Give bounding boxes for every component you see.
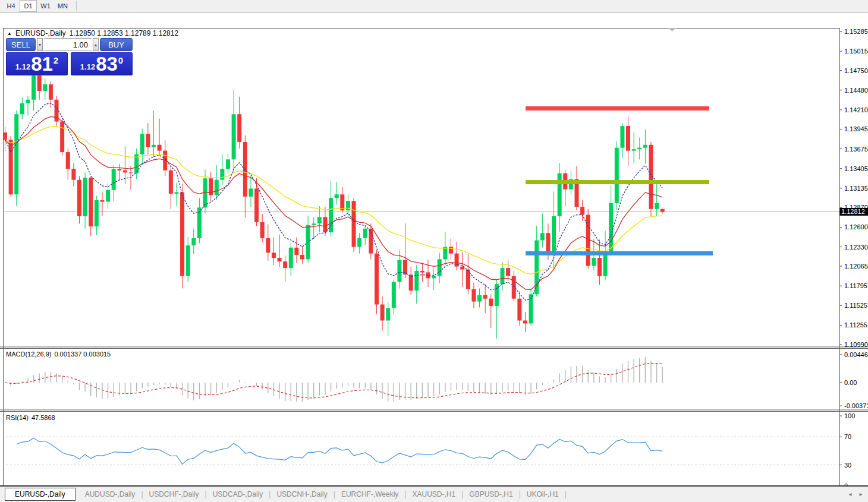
tab-usdchf-daily[interactable]: USDCHF-,Daily — [143, 488, 205, 500]
rsi-name: RSI(14) — [6, 414, 29, 421]
svg-text:30: 30 — [844, 462, 851, 469]
tab-eurchf-weekly[interactable]: EURCHF-,Weekly — [335, 488, 404, 500]
chart-tabs-bar: EURUSD-,DailyAUDUSD-,Daily|USDCHF-,Daily… — [0, 485, 868, 502]
tab-ukoil-h1[interactable]: UKOil-,H1 — [521, 488, 565, 500]
rsi-axis[interactable]: 10070300 — [839, 412, 855, 490]
timeframe-button-mn[interactable]: MN — [54, 0, 71, 12]
slow-ma-line — [5, 127, 663, 274]
svg-text:1.13405: 1.13405 — [844, 165, 868, 172]
one-click-toggle-icon[interactable]: ▲ — [7, 31, 12, 36]
rsi-value: 47.5868 — [32, 414, 55, 421]
mt4-window: H4D1W1MN 1.152851.150151.147501.144801.1… — [0, 0, 868, 502]
svg-text:100: 100 — [844, 412, 855, 419]
svg-text:1.13135: 1.13135 — [844, 185, 868, 192]
svg-text:1.15285: 1.15285 — [844, 28, 868, 35]
timeframe-button-h4[interactable]: H4 — [2, 0, 20, 12]
svg-text:70: 70 — [844, 433, 851, 440]
svg-text:1.12870: 1.12870 — [844, 204, 868, 211]
volume-decrease-button[interactable]: ▼ — [37, 38, 43, 51]
svg-text:1.14480: 1.14480 — [844, 87, 868, 94]
svg-text:1.12812: 1.12812 — [841, 208, 865, 215]
timeframe-toolbar: H4D1W1MN — [0, 0, 868, 12]
sell-button[interactable]: SELL — [6, 38, 36, 51]
chart-canvas: 1.152851.150151.147501.144801.142101.139… — [0, 13, 868, 502]
svg-text:1.13945: 1.13945 — [844, 125, 868, 132]
one-click-trading-panel: SELL ▼ ▲ BUY 1.12 81 2 1.12 83 0 — [6, 38, 133, 75]
sell-price-pips: 81 — [31, 54, 53, 74]
svg-text:-0.003715: -0.003715 — [844, 402, 868, 409]
svg-text:1.12600: 1.12600 — [844, 223, 868, 231]
tab-usdcnh-daily[interactable]: USDCNH-,Daily — [271, 488, 333, 500]
timeframe-button-d1[interactable]: D1 — [20, 0, 37, 12]
macd-histogram — [5, 357, 663, 402]
buy-price-prefix: 1.12 — [80, 62, 95, 71]
sell-price-prefix: 1.12 — [15, 62, 30, 71]
svg-text:1.14750: 1.14750 — [844, 67, 868, 74]
tab-scroll-right-icon[interactable]: ▸ — [857, 491, 864, 497]
sell-price-box[interactable]: 1.12 81 2 — [6, 52, 68, 75]
svg-text:1.12065: 1.12065 — [844, 263, 868, 270]
svg-text:1.15015: 1.15015 — [844, 48, 868, 55]
chart-ohlc-values: 1.12850 1.12853 1.12789 1.12812 — [70, 29, 179, 37]
svg-text:1.11255: 1.11255 — [844, 321, 867, 329]
svg-text:0.004465: 0.004465 — [844, 351, 868, 358]
volume-input[interactable] — [44, 38, 92, 51]
toolbar-separator — [76, 1, 77, 11]
medium-ma-line — [5, 117, 663, 290]
chart-symbol-label: EURUSD-,Daily — [15, 29, 66, 37]
svg-text:1.10990: 1.10990 — [844, 341, 868, 348]
svg-text:1.14210: 1.14210 — [844, 106, 868, 113]
tab-scroll-arrows: ◂ ▸ — [847, 491, 864, 497]
pane-borders — [0, 28, 868, 488]
fast-ma-line — [5, 103, 663, 301]
macd-axis[interactable]: 0.0044650.00-0.003715 — [839, 351, 868, 409]
price-axis[interactable]: 1.152851.150151.147501.144801.142101.139… — [839, 28, 868, 348]
svg-text:1.11795: 1.11795 — [844, 282, 867, 289]
macd-values: 0.001337 0.003015 — [54, 351, 111, 358]
chevron-down-icon: ▼ — [38, 43, 42, 47]
chart-title: ▲ EURUSD-,Daily 1.12850 1.12853 1.12789 … — [7, 29, 178, 37]
tab-eurusd-daily[interactable]: EURUSD-,Daily — [5, 488, 76, 501]
rsi-label: RSI(14) 47.5868 — [6, 414, 55, 421]
buy-price-point: 0 — [118, 55, 123, 65]
current-price-tag: 1.12812 — [839, 208, 868, 216]
svg-text:1.13675: 1.13675 — [844, 146, 868, 153]
candles — [3, 72, 665, 339]
tab-separator: | — [565, 490, 567, 498]
chart-shift-marker-icon[interactable] — [668, 28, 676, 31]
svg-text:1.12330: 1.12330 — [844, 244, 868, 251]
macd-signal-line — [5, 363, 663, 397]
tab-xauusd-h1[interactable]: XAUUSD-,H1 — [406, 488, 461, 500]
rsi-line — [17, 438, 663, 464]
chevron-up-icon: ▲ — [94, 43, 98, 47]
tab-scroll-left-icon[interactable]: ◂ — [847, 491, 854, 497]
macd-name: MACD(12,26,9) — [6, 351, 51, 358]
tab-usdcad-daily[interactable]: USDCAD-,Daily — [207, 488, 269, 500]
buy-price-box[interactable]: 1.12 83 0 — [71, 52, 133, 75]
volume-increase-button[interactable]: ▲ — [93, 38, 99, 51]
timeframe-button-w1[interactable]: W1 — [37, 0, 54, 12]
svg-text:0.00: 0.00 — [844, 379, 857, 386]
macd-label: MACD(12,26,9) 0.001337 0.003015 — [6, 351, 111, 358]
buy-price-pips: 83 — [96, 54, 118, 74]
sell-price-point: 2 — [54, 55, 58, 65]
tab-gbpusd-h1[interactable]: GBPUSD-,H1 — [463, 488, 518, 500]
tab-audusd-daily[interactable]: AUDUSD-,Daily — [79, 488, 141, 500]
rsi-pane-levels — [3, 437, 839, 465]
svg-text:1.11525: 1.11525 — [844, 302, 867, 309]
buy-button[interactable]: BUY — [100, 38, 133, 51]
chart-window[interactable]: 1.152851.150151.147501.144801.142101.139… — [0, 13, 868, 487]
